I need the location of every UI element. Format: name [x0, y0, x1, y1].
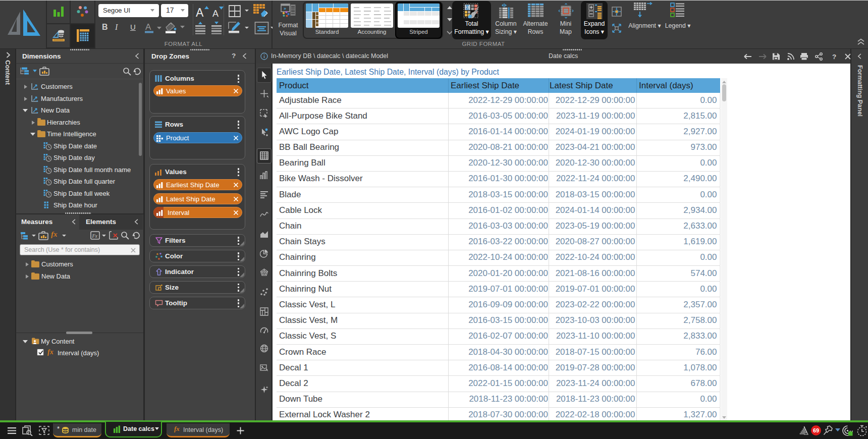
svg-text:A: A — [212, 9, 219, 19]
svg-text:?: ? — [832, 53, 836, 61]
svg-text:A: A — [145, 22, 151, 32]
svg-text:Σ: Σ — [466, 4, 469, 11]
svg-text:A: A — [196, 6, 204, 19]
svg-text:»: » — [284, 6, 286, 11]
svg-text:Fx: Fx — [92, 233, 98, 239]
